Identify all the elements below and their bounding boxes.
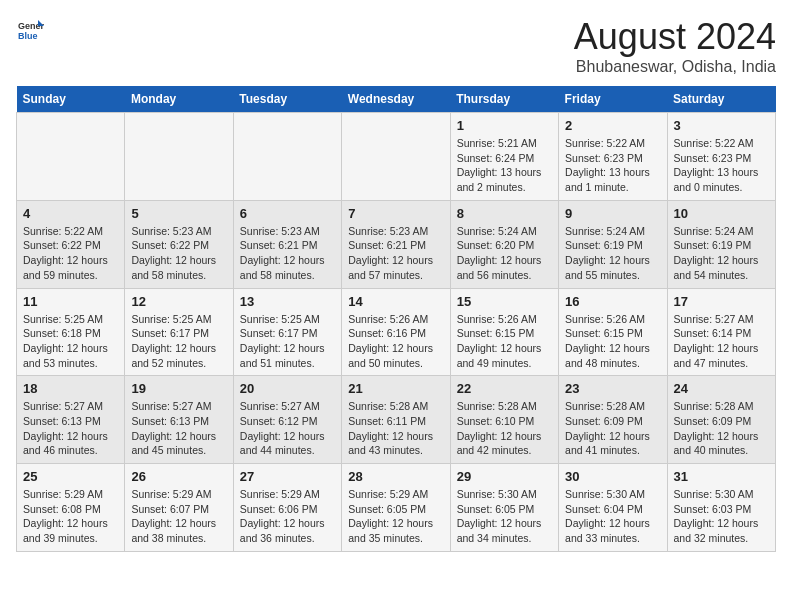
day-info: Sunrise: 5:29 AMSunset: 6:06 PMDaylight:… (240, 487, 335, 546)
calendar-cell (342, 113, 450, 201)
day-number: 4 (23, 206, 118, 221)
week-row-3: 11Sunrise: 5:25 AMSunset: 6:18 PMDayligh… (17, 288, 776, 376)
calendar-cell: 8Sunrise: 5:24 AMSunset: 6:20 PMDaylight… (450, 200, 558, 288)
day-number: 30 (565, 469, 660, 484)
day-number: 16 (565, 294, 660, 309)
day-number: 12 (131, 294, 226, 309)
day-info: Sunrise: 5:28 AMSunset: 6:11 PMDaylight:… (348, 399, 443, 458)
calendar-cell: 9Sunrise: 5:24 AMSunset: 6:19 PMDaylight… (559, 200, 667, 288)
calendar-cell: 30Sunrise: 5:30 AMSunset: 6:04 PMDayligh… (559, 464, 667, 552)
weekday-header-saturday: Saturday (667, 86, 775, 113)
day-info: Sunrise: 5:27 AMSunset: 6:12 PMDaylight:… (240, 399, 335, 458)
day-number: 31 (674, 469, 769, 484)
day-info: Sunrise: 5:30 AMSunset: 6:03 PMDaylight:… (674, 487, 769, 546)
weekday-header-sunday: Sunday (17, 86, 125, 113)
calendar-cell: 11Sunrise: 5:25 AMSunset: 6:18 PMDayligh… (17, 288, 125, 376)
day-number: 23 (565, 381, 660, 396)
weekday-header-thursday: Thursday (450, 86, 558, 113)
day-number: 20 (240, 381, 335, 396)
day-number: 1 (457, 118, 552, 133)
calendar-cell: 26Sunrise: 5:29 AMSunset: 6:07 PMDayligh… (125, 464, 233, 552)
day-number: 17 (674, 294, 769, 309)
day-info: Sunrise: 5:22 AMSunset: 6:23 PMDaylight:… (674, 136, 769, 195)
day-info: Sunrise: 5:29 AMSunset: 6:07 PMDaylight:… (131, 487, 226, 546)
day-number: 8 (457, 206, 552, 221)
svg-text:Blue: Blue (18, 31, 38, 41)
calendar-cell: 6Sunrise: 5:23 AMSunset: 6:21 PMDaylight… (233, 200, 341, 288)
day-info: Sunrise: 5:28 AMSunset: 6:09 PMDaylight:… (565, 399, 660, 458)
week-row-5: 25Sunrise: 5:29 AMSunset: 6:08 PMDayligh… (17, 464, 776, 552)
day-info: Sunrise: 5:24 AMSunset: 6:19 PMDaylight:… (674, 224, 769, 283)
calendar-cell: 12Sunrise: 5:25 AMSunset: 6:17 PMDayligh… (125, 288, 233, 376)
calendar-cell: 25Sunrise: 5:29 AMSunset: 6:08 PMDayligh… (17, 464, 125, 552)
calendar-cell: 29Sunrise: 5:30 AMSunset: 6:05 PMDayligh… (450, 464, 558, 552)
day-info: Sunrise: 5:22 AMSunset: 6:22 PMDaylight:… (23, 224, 118, 283)
day-info: Sunrise: 5:23 AMSunset: 6:22 PMDaylight:… (131, 224, 226, 283)
day-number: 26 (131, 469, 226, 484)
weekday-header-row: SundayMondayTuesdayWednesdayThursdayFrid… (17, 86, 776, 113)
day-info: Sunrise: 5:24 AMSunset: 6:20 PMDaylight:… (457, 224, 552, 283)
calendar-cell (233, 113, 341, 201)
week-row-2: 4Sunrise: 5:22 AMSunset: 6:22 PMDaylight… (17, 200, 776, 288)
day-info: Sunrise: 5:24 AMSunset: 6:19 PMDaylight:… (565, 224, 660, 283)
logo: General Blue (16, 16, 44, 44)
day-number: 22 (457, 381, 552, 396)
weekday-header-wednesday: Wednesday (342, 86, 450, 113)
day-info: Sunrise: 5:23 AMSunset: 6:21 PMDaylight:… (240, 224, 335, 283)
day-number: 25 (23, 469, 118, 484)
day-number: 11 (23, 294, 118, 309)
calendar-cell: 21Sunrise: 5:28 AMSunset: 6:11 PMDayligh… (342, 376, 450, 464)
weekday-header-tuesday: Tuesday (233, 86, 341, 113)
day-info: Sunrise: 5:25 AMSunset: 6:17 PMDaylight:… (131, 312, 226, 371)
calendar-cell: 3Sunrise: 5:22 AMSunset: 6:23 PMDaylight… (667, 113, 775, 201)
header: General Blue August 2024 Bhubaneswar, Od… (16, 16, 776, 76)
day-number: 13 (240, 294, 335, 309)
title-area: August 2024 Bhubaneswar, Odisha, India (574, 16, 776, 76)
day-info: Sunrise: 5:21 AMSunset: 6:24 PMDaylight:… (457, 136, 552, 195)
week-row-1: 1Sunrise: 5:21 AMSunset: 6:24 PMDaylight… (17, 113, 776, 201)
logo-icon: General Blue (16, 16, 44, 44)
day-info: Sunrise: 5:28 AMSunset: 6:09 PMDaylight:… (674, 399, 769, 458)
calendar-cell: 16Sunrise: 5:26 AMSunset: 6:15 PMDayligh… (559, 288, 667, 376)
calendar-cell: 10Sunrise: 5:24 AMSunset: 6:19 PMDayligh… (667, 200, 775, 288)
day-info: Sunrise: 5:27 AMSunset: 6:13 PMDaylight:… (131, 399, 226, 458)
day-number: 2 (565, 118, 660, 133)
calendar-cell: 31Sunrise: 5:30 AMSunset: 6:03 PMDayligh… (667, 464, 775, 552)
day-number: 27 (240, 469, 335, 484)
calendar-cell: 18Sunrise: 5:27 AMSunset: 6:13 PMDayligh… (17, 376, 125, 464)
day-number: 14 (348, 294, 443, 309)
calendar-cell: 23Sunrise: 5:28 AMSunset: 6:09 PMDayligh… (559, 376, 667, 464)
weekday-header-monday: Monday (125, 86, 233, 113)
calendar-cell: 19Sunrise: 5:27 AMSunset: 6:13 PMDayligh… (125, 376, 233, 464)
day-info: Sunrise: 5:29 AMSunset: 6:08 PMDaylight:… (23, 487, 118, 546)
calendar-cell: 14Sunrise: 5:26 AMSunset: 6:16 PMDayligh… (342, 288, 450, 376)
page-subtitle: Bhubaneswar, Odisha, India (574, 58, 776, 76)
day-info: Sunrise: 5:26 AMSunset: 6:15 PMDaylight:… (565, 312, 660, 371)
calendar-cell: 5Sunrise: 5:23 AMSunset: 6:22 PMDaylight… (125, 200, 233, 288)
calendar-cell: 1Sunrise: 5:21 AMSunset: 6:24 PMDaylight… (450, 113, 558, 201)
day-info: Sunrise: 5:27 AMSunset: 6:13 PMDaylight:… (23, 399, 118, 458)
day-number: 5 (131, 206, 226, 221)
day-number: 15 (457, 294, 552, 309)
calendar-cell: 2Sunrise: 5:22 AMSunset: 6:23 PMDaylight… (559, 113, 667, 201)
day-number: 24 (674, 381, 769, 396)
day-info: Sunrise: 5:26 AMSunset: 6:16 PMDaylight:… (348, 312, 443, 371)
day-info: Sunrise: 5:29 AMSunset: 6:05 PMDaylight:… (348, 487, 443, 546)
day-info: Sunrise: 5:27 AMSunset: 6:14 PMDaylight:… (674, 312, 769, 371)
day-number: 9 (565, 206, 660, 221)
day-number: 28 (348, 469, 443, 484)
day-number: 3 (674, 118, 769, 133)
calendar-cell: 4Sunrise: 5:22 AMSunset: 6:22 PMDaylight… (17, 200, 125, 288)
page-title: August 2024 (574, 16, 776, 58)
day-info: Sunrise: 5:25 AMSunset: 6:18 PMDaylight:… (23, 312, 118, 371)
calendar-cell: 17Sunrise: 5:27 AMSunset: 6:14 PMDayligh… (667, 288, 775, 376)
day-number: 10 (674, 206, 769, 221)
day-number: 21 (348, 381, 443, 396)
week-row-4: 18Sunrise: 5:27 AMSunset: 6:13 PMDayligh… (17, 376, 776, 464)
calendar-cell: 15Sunrise: 5:26 AMSunset: 6:15 PMDayligh… (450, 288, 558, 376)
day-info: Sunrise: 5:23 AMSunset: 6:21 PMDaylight:… (348, 224, 443, 283)
calendar-cell: 28Sunrise: 5:29 AMSunset: 6:05 PMDayligh… (342, 464, 450, 552)
day-number: 19 (131, 381, 226, 396)
calendar-cell (125, 113, 233, 201)
day-info: Sunrise: 5:30 AMSunset: 6:04 PMDaylight:… (565, 487, 660, 546)
